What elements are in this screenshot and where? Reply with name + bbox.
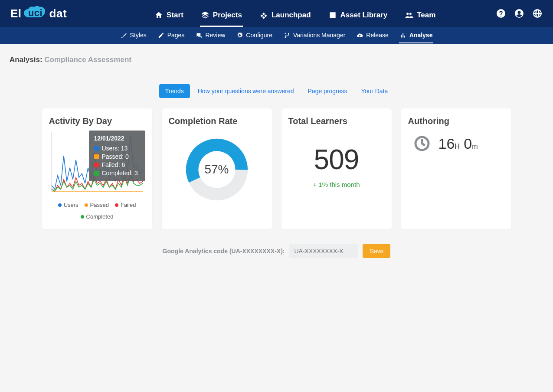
nav-projects[interactable]: Projects — [200, 4, 243, 27]
logo-cloud-text: uci — [28, 7, 43, 19]
card-activity-title: Activity By Day — [49, 116, 145, 126]
tooltip-swatch-completed — [94, 171, 99, 176]
nav-team[interactable]: Team — [404, 4, 436, 27]
page-title: Analysis: Compliance Assessment — [10, 56, 543, 64]
legend-dot-failed — [115, 203, 118, 207]
diamond-icon — [259, 11, 268, 20]
legend-users: Users — [64, 202, 79, 208]
bar-chart-icon — [400, 32, 406, 39]
legend-dot-completed — [81, 215, 84, 219]
chat-icon — [196, 32, 202, 39]
subnav-pages[interactable]: Pages — [157, 28, 186, 43]
logo-cloud-icon: uci — [23, 6, 49, 21]
logo-prefix: El — [10, 7, 22, 20]
activity-chart-wrap: 12/01/2022 Users: 13 Passed: 0 Failed: 6… — [49, 131, 145, 197]
tooltip-passed: Passed: 0 — [102, 153, 129, 161]
subnav-styles-label: Styles — [130, 32, 147, 39]
tooltip-users: Users: 13 — [102, 144, 128, 153]
globe-icon[interactable] — [532, 8, 543, 19]
page-title-prefix: Analysis: — [10, 56, 43, 64]
subnav-configure-label: Configure — [246, 32, 272, 39]
authoring-hours-suffix: H — [455, 143, 460, 150]
tooltip-completed: Completed: 3 — [102, 169, 138, 177]
people-icon — [405, 11, 413, 20]
authoring-hours: 16 — [438, 135, 455, 152]
pencil-icon — [158, 32, 164, 39]
home-icon — [154, 11, 163, 20]
learners-delta: + 1% this month — [288, 181, 385, 188]
help-icon[interactable] — [496, 8, 506, 19]
subnav-release-label: Release — [366, 32, 388, 39]
completion-percent: 57% — [184, 137, 249, 202]
authoring-time: 16H 0m — [438, 135, 478, 152]
subnav-pages-label: Pages — [167, 32, 185, 39]
legend-dot-users — [58, 203, 62, 207]
brush-icon — [121, 32, 127, 39]
tab-questions[interactable]: How your questions were answered — [192, 84, 300, 98]
subnav-release[interactable]: Release — [356, 28, 389, 43]
topbar-right — [496, 8, 543, 19]
card-learners-title: Total Learners — [288, 116, 385, 126]
subnav-review-label: Review — [205, 32, 225, 39]
ga-label: Google Analytics code (UA-XXXXXXXX-X): — [163, 248, 285, 255]
tooltip-date: 12/01/2022 — [94, 134, 140, 143]
content: Analysis: Compliance Assessment Trends H… — [0, 44, 553, 269]
subnav-configure[interactable]: Configure — [236, 28, 273, 43]
tooltip-swatch-users — [94, 146, 99, 151]
account-icon[interactable] — [514, 8, 524, 19]
completion-donut-wrap: 57% — [169, 131, 265, 209]
nav-start[interactable]: Start — [154, 4, 184, 27]
nav-team-label: Team — [417, 11, 435, 20]
ga-row: Google Analytics code (UA-XXXXXXXX-X): S… — [10, 244, 543, 258]
subnav: Styles Pages Review Configure Variations… — [0, 27, 553, 44]
card-authoring: Authoring 16H 0m — [401, 108, 511, 229]
subnav-variations-label: Variations Manager — [293, 32, 345, 39]
logo-suffix: dat — [49, 7, 67, 20]
nav-launchpad[interactable]: Launchpad — [259, 4, 312, 27]
page-title-project: Compliance Assessment — [44, 56, 131, 64]
authoring-minutes-suffix: m — [472, 143, 478, 150]
tooltip-swatch-failed — [94, 163, 99, 167]
layers-icon — [201, 11, 209, 20]
legend-failed: Failed — [121, 202, 136, 208]
gear-icon — [236, 32, 243, 39]
completion-donut: 57% — [184, 137, 249, 202]
tab-trends[interactable]: Trends — [159, 84, 190, 98]
legend-passed: Passed — [90, 202, 109, 208]
cards-row: Activity By Day 12/01/2022 Users: 13 Pas… — [10, 108, 543, 229]
activity-legend: Users Passed Failed Completed — [49, 202, 145, 220]
image-icon — [328, 11, 337, 20]
tooltip-swatch-passed — [94, 154, 99, 159]
authoring-minutes: 0 — [464, 135, 472, 152]
card-completion: Completion Rate 57% — [162, 108, 272, 229]
branch-icon — [284, 32, 290, 39]
activity-tooltip: 12/01/2022 Users: 13 Passed: 0 Failed: 6… — [89, 131, 145, 181]
subnav-review[interactable]: Review — [195, 28, 226, 43]
tooltip-failed: Failed: 6 — [102, 161, 125, 169]
nav-asset-library[interactable]: Asset Library — [327, 4, 389, 27]
analysis-tabs: Trends How your questions were answered … — [10, 84, 543, 98]
subnav-variations[interactable]: Variations Manager — [283, 28, 346, 43]
cloud-up-icon — [357, 32, 363, 39]
subnav-styles[interactable]: Styles — [120, 28, 147, 43]
card-completion-title: Completion Rate — [169, 116, 265, 126]
card-authoring-title: Authoring — [408, 116, 504, 126]
subnav-analyse-label: Analyse — [409, 32, 433, 39]
nav-asset-library-label: Asset Library — [340, 11, 388, 20]
card-learners: Total Learners 509 + 1% this month — [281, 108, 392, 229]
main-nav: Start Projects Launchpad Asset Library T… — [154, 0, 436, 27]
nav-start-label: Start — [167, 11, 183, 20]
card-activity: Activity By Day 12/01/2022 Users: 13 Pas… — [42, 108, 152, 229]
learners-value: 509 — [288, 144, 385, 176]
legend-completed: Completed — [86, 213, 114, 220]
topbar: El uci dat Start Projects Launchpad Asse… — [0, 0, 553, 27]
legend-dot-passed — [85, 203, 88, 207]
ga-input[interactable] — [289, 244, 358, 258]
save-button[interactable]: Save — [363, 244, 390, 258]
tab-your-data[interactable]: Your Data — [355, 84, 394, 98]
tab-page-progress[interactable]: Page progress — [302, 84, 353, 98]
logo[interactable]: El uci dat — [10, 6, 67, 21]
clock-icon — [413, 135, 431, 152]
nav-projects-label: Projects — [213, 11, 242, 20]
subnav-analyse[interactable]: Analyse — [399, 28, 434, 43]
